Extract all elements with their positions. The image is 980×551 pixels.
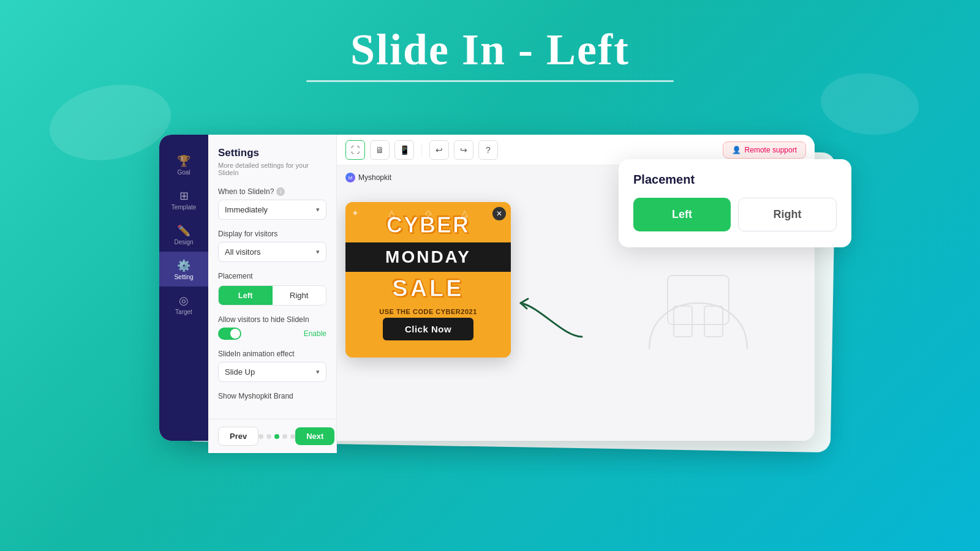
placement-left-button[interactable]: Left: [219, 286, 273, 305]
sidebar-item-goal[interactable]: 🏆 Goal: [159, 147, 208, 182]
toolbar-separator: [421, 143, 422, 157]
ui-wrapper: 🏆 Goal ⊞ Template ✏️ Design ⚙️ Setting ◎…: [159, 135, 845, 453]
dot-4: [282, 434, 287, 439]
placement-card-title: Placement: [633, 173, 837, 187]
animation-label: SlideIn animation effect: [218, 350, 326, 358]
sidebar-label-target: Target: [175, 309, 192, 315]
popup-close-button[interactable]: ✕: [492, 207, 506, 220]
settings-subtitle: More detailed settings for your SlideIn: [218, 162, 326, 176]
chevron-down-icon-2: ▾: [316, 248, 320, 256]
animation-value: Slide Up: [225, 367, 255, 377]
chevron-down-icon-3: ▾: [316, 368, 320, 376]
goal-icon: 🏆: [177, 156, 190, 167]
blob-decoration-1: [42, 71, 179, 174]
sidebar: 🏆 Goal ⊞ Template ✏️ Design ⚙️ Setting ◎…: [159, 135, 208, 441]
svg-rect-2: [674, 306, 692, 337]
sale-text: SALE: [345, 276, 511, 302]
info-icon[interactable]: i: [276, 187, 285, 196]
remote-support-button[interactable]: 👤 Remote support: [723, 141, 806, 159]
when-to-slidein-label: When to SlideIn? i: [218, 187, 326, 196]
sidebar-label-design: Design: [174, 239, 193, 246]
allow-hide-toggle-row: Enable: [218, 328, 326, 340]
settings-title: Settings: [218, 147, 326, 159]
allow-hide-label: Allow visitors to hide SlideIn: [218, 315, 326, 324]
animation-select[interactable]: Slide Up ▾: [218, 362, 326, 382]
panel-footer: Prev Next: [208, 419, 337, 453]
placement-card-left-button[interactable]: Left: [633, 198, 731, 231]
redo-icon[interactable]: ↪: [454, 140, 473, 160]
sidebar-label-goal: Goal: [177, 169, 190, 176]
target-icon: ◎: [179, 295, 189, 306]
monday-bar: MONDAY: [345, 242, 511, 272]
mobile-icon[interactable]: 📱: [394, 140, 414, 160]
placement-right-button[interactable]: Right: [273, 286, 326, 305]
settings-panel: Settings More detailed settings for your…: [208, 135, 337, 441]
sidebar-item-design[interactable]: ✏️ Design: [159, 217, 208, 252]
next-button[interactable]: Next: [295, 427, 334, 445]
design-icon: ✏️: [177, 225, 190, 236]
setting-icon: ⚙️: [177, 260, 190, 271]
svg-rect-1: [668, 276, 729, 324]
placement-card: Placement Left Right: [619, 159, 851, 247]
dot-1: [258, 434, 263, 439]
click-now-container: Click Now: [345, 318, 511, 358]
arrow-pointer: [514, 294, 588, 343]
dot-3: [274, 434, 279, 439]
placement-card-buttons: Left Right: [633, 198, 837, 231]
remote-support-label: Remote support: [745, 146, 797, 154]
brand-logo: M: [345, 173, 355, 182]
popup-header: ✦△◇△✦ CYBER: [345, 202, 511, 242]
sidebar-item-template[interactable]: ⊞ Template: [159, 182, 208, 217]
help-icon[interactable]: ?: [478, 140, 498, 160]
remote-support-icon: 👤: [732, 146, 741, 154]
blob-decoration-2: [816, 66, 924, 143]
sale-section: SALE: [345, 272, 511, 304]
click-now-button[interactable]: Click Now: [383, 318, 473, 340]
svg-rect-3: [704, 306, 723, 337]
enable-text: Enable: [304, 329, 326, 338]
display-visitors-value: All visitors: [225, 247, 261, 257]
sidebar-label-template: Template: [172, 204, 197, 211]
display-visitors-label: Display for visitors: [218, 230, 326, 238]
monday-text: MONDAY: [345, 247, 511, 267]
dot-2: [266, 434, 271, 439]
sidebar-label-setting: Setting: [174, 274, 193, 280]
sidebar-item-target[interactable]: ◎ Target: [159, 287, 208, 321]
brand-tag: M Myshopkit: [345, 173, 391, 182]
when-to-slidein-value: Immediately: [225, 205, 268, 214]
allow-hide-toggle[interactable]: [218, 328, 241, 340]
sidebar-item-setting[interactable]: ⚙️ Setting: [159, 252, 208, 287]
template-icon: ⊞: [179, 190, 189, 201]
expand-icon[interactable]: ⛶: [345, 140, 365, 160]
progress-dots: [258, 434, 295, 439]
title-underline: [306, 80, 674, 82]
chevron-down-icon: ▾: [316, 206, 320, 214]
brand-name: Myshopkit: [358, 173, 391, 182]
placement-label: Placement: [218, 272, 326, 280]
when-to-slidein-select[interactable]: Immediately ▾: [218, 200, 326, 220]
placement-toggle: Left Right: [218, 285, 326, 305]
prev-button[interactable]: Prev: [218, 427, 258, 446]
cyber-text: CYBER: [353, 213, 503, 238]
page-title: Slide In - Left: [0, 0, 980, 75]
desktop-icon[interactable]: 🖥: [370, 140, 390, 160]
brand-label: Show Myshopkit Brand: [218, 392, 326, 400]
code-text: USE THE CODE CYBER2021: [345, 304, 511, 318]
placement-card-right-button[interactable]: Right: [738, 198, 837, 231]
undo-icon[interactable]: ↩: [429, 140, 449, 160]
dot-5: [290, 434, 295, 439]
slidein-popup: ✕ ✦△◇△✦ CYBER MONDAY SALE USE THE CODE C…: [345, 202, 511, 358]
display-visitors-select[interactable]: All visitors ▾: [218, 242, 326, 262]
